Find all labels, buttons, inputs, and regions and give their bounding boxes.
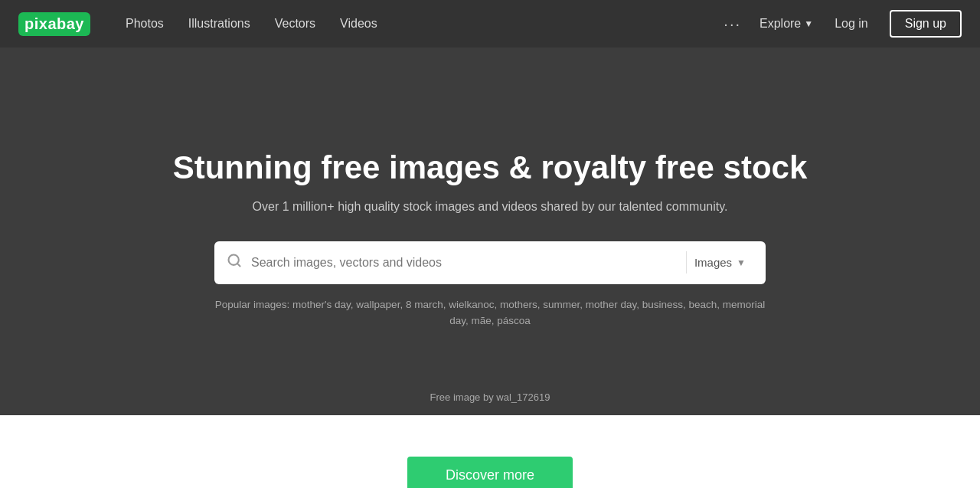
search-input[interactable] bbox=[251, 256, 686, 270]
login-button[interactable]: Log in bbox=[825, 12, 877, 35]
search-type-label: Images bbox=[694, 256, 732, 269]
header-right: ··· Explore ▼ Log in Sign up bbox=[717, 10, 962, 38]
hero-title: Stunning free images & royalty free stoc… bbox=[173, 149, 808, 187]
more-options-button[interactable]: ··· bbox=[717, 12, 747, 36]
logo[interactable]: pixabay bbox=[18, 12, 90, 36]
dropdown-chevron-icon: ▼ bbox=[737, 257, 746, 268]
header: pixabay Photos Illustrations Vectors Vid… bbox=[0, 0, 980, 47]
popular-tags-label: Popular images: bbox=[215, 299, 290, 310]
logo-text: pixabay bbox=[24, 15, 84, 32]
popular-tags: Popular images: mother's day, wallpaper,… bbox=[214, 296, 766, 329]
explore-dropdown[interactable]: Explore ▼ bbox=[760, 17, 813, 31]
search-icon bbox=[227, 253, 242, 272]
discover-more-button[interactable]: Discover more bbox=[407, 457, 573, 488]
search-bar: Images ▼ bbox=[214, 241, 766, 284]
main-nav: Photos Illustrations Vectors Videos bbox=[115, 11, 717, 37]
search-type-dropdown[interactable]: Images ▼ bbox=[686, 251, 753, 273]
nav-illustrations[interactable]: Illustrations bbox=[178, 11, 261, 37]
hero-subtitle: Over 1 million+ high quality stock image… bbox=[253, 200, 728, 214]
popular-tags-list: mother's day, wallpaper, 8 march, wielka… bbox=[292, 299, 765, 327]
discover-section: Discover more bbox=[0, 415, 980, 488]
nav-vectors[interactable]: Vectors bbox=[264, 11, 326, 37]
nav-photos[interactable]: Photos bbox=[115, 11, 175, 37]
image-attribution: Free image by wal_172619 bbox=[430, 391, 550, 403]
signup-button[interactable]: Sign up bbox=[890, 10, 962, 38]
explore-chevron-icon: ▼ bbox=[804, 18, 813, 29]
nav-videos[interactable]: Videos bbox=[329, 11, 388, 37]
explore-label: Explore bbox=[760, 17, 801, 31]
svg-line-1 bbox=[237, 264, 240, 267]
hero-section: Stunning free images & royalty free stoc… bbox=[0, 47, 980, 415]
